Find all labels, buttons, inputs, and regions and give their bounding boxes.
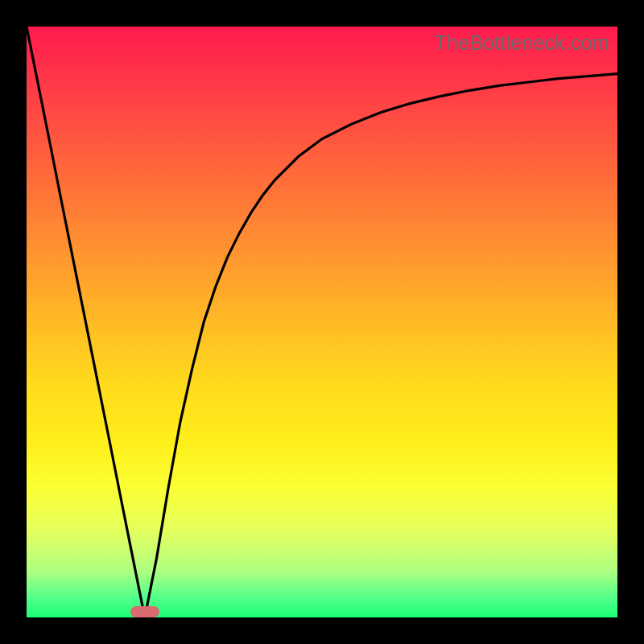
curve-path: [27, 27, 617, 617]
chart-frame: TheBottleneck.com: [0, 0, 644, 644]
bottleneck-curve: [27, 27, 617, 617]
optimum-marker: [130, 606, 159, 617]
plot-area: TheBottleneck.com: [27, 27, 617, 617]
